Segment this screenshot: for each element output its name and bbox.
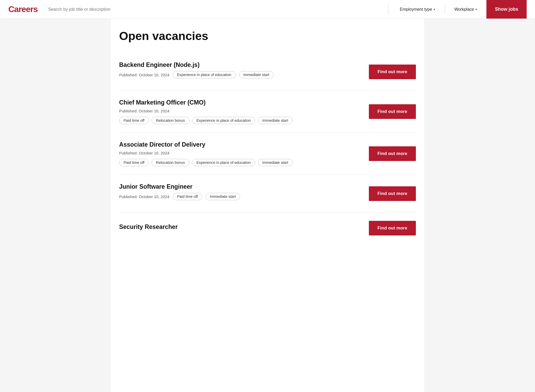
job-title: Backend Engineer (Node.js): [119, 61, 363, 68]
job-item: Security ResearcherFind out more: [119, 212, 416, 244]
job-meta: Published: October 10, 2024Experience in…: [119, 71, 363, 78]
job-tag: Paid time off: [173, 193, 202, 200]
job-tag: Paid time off: [119, 159, 149, 166]
site-header: Careers Employment type ▾ Workplace ▾ Sh…: [0, 0, 535, 19]
job-tag: Immediate start: [239, 71, 274, 78]
job-tag: Experience in place of education: [192, 159, 255, 166]
job-item: Associate Director of DeliveryPublished:…: [119, 133, 416, 175]
job-title: Junior Software Engineer: [119, 183, 363, 190]
job-tag: Relocation bonus: [152, 159, 189, 166]
job-tags-row: Paid time offRelocation bonusExperience …: [119, 159, 363, 166]
job-tag: Paid time off: [119, 117, 149, 124]
find-out-more-button[interactable]: Find out more: [369, 186, 416, 201]
job-tag: Immediate start: [258, 117, 293, 124]
job-item: Junior Software EngineerPublished: Octob…: [119, 175, 416, 212]
job-list: Backend Engineer (Node.js)Published: Oct…: [119, 53, 416, 244]
job-published: Published: October 10, 2024: [119, 73, 170, 77]
employment-type-label: Employment type: [400, 7, 432, 12]
job-published: Published: October 10, 2024: [119, 151, 170, 155]
find-out-more-button[interactable]: Find out more: [369, 221, 416, 235]
job-title: Associate Director of Delivery: [119, 141, 363, 148]
workplace-label: Workplace: [454, 7, 474, 12]
find-out-more-button[interactable]: Find out more: [369, 104, 416, 119]
job-tag: Experience in place of education: [192, 117, 255, 124]
find-out-more-button[interactable]: Find out more: [369, 146, 416, 161]
job-title: Chief Marketing Officer (CMO): [119, 99, 363, 106]
job-tag: Immediate start: [205, 193, 240, 200]
job-item: Backend Engineer (Node.js)Published: Oct…: [119, 53, 416, 91]
job-tag: Immediate start: [258, 159, 293, 166]
job-item: Chief Marketing Officer (CMO)Published: …: [119, 91, 416, 133]
workplace-filter[interactable]: Workplace ▾: [451, 5, 480, 14]
show-jobs-button[interactable]: Show jobs: [486, 0, 527, 19]
employment-type-filter[interactable]: Employment type ▾: [397, 5, 439, 14]
job-tag: Experience in place of education: [173, 71, 236, 78]
filter-divider: [445, 5, 445, 14]
page-title: Open vacancies: [119, 29, 416, 43]
job-published: Published: October 10, 2024: [119, 109, 170, 113]
job-tags-row: Paid time offRelocation bonusExperience …: [119, 117, 363, 124]
job-tag: Relocation bonus: [152, 117, 189, 124]
job-info: Chief Marketing Officer (CMO)Published: …: [119, 99, 363, 124]
job-published: Published: October 10, 2024: [119, 194, 170, 199]
search-input[interactable]: [48, 5, 380, 14]
job-meta: Published: October 10, 2024Paid time off…: [119, 193, 363, 200]
job-title: Security Researcher: [119, 223, 363, 230]
site-logo: Careers: [8, 4, 38, 14]
chevron-down-icon: ▾: [434, 8, 435, 11]
main-content: Open vacancies Backend Engineer (Node.js…: [111, 19, 424, 392]
find-out-more-button[interactable]: Find out more: [369, 65, 416, 79]
search-divider: [388, 5, 388, 14]
job-meta: Published: October 10, 2024: [119, 151, 363, 155]
job-info: Junior Software EngineerPublished: Octob…: [119, 183, 363, 204]
job-meta: Published: October 10, 2024: [119, 109, 363, 113]
job-info: Security Researcher: [119, 223, 363, 233]
job-info: Backend Engineer (Node.js)Published: Oct…: [119, 61, 363, 82]
chevron-down-icon-2: ▾: [475, 8, 477, 11]
job-info: Associate Director of DeliveryPublished:…: [119, 141, 363, 166]
